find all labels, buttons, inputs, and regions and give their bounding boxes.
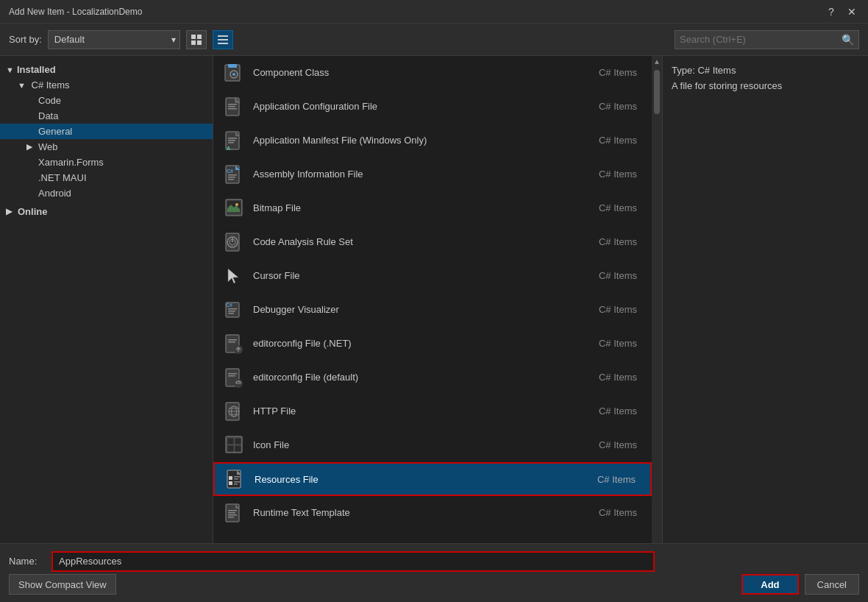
item-editorconfig-net[interactable]: editorconfig File (.NET) C# Items (213, 327, 652, 361)
web-arrow: ▶ (26, 142, 32, 152)
toolbar: Sort by: Default 🔍 (0, 24, 868, 56)
sidebar-maui-label: .NET MAUI (38, 172, 87, 183)
svg-rect-8 (228, 64, 237, 68)
item-icon-file[interactable]: Icon File C# Items (213, 428, 652, 462)
svg-text:A: A (227, 146, 230, 151)
item-runtime-text[interactable]: Runtime Text Template C# Items (213, 496, 652, 530)
name-input[interactable] (51, 551, 655, 572)
item-http[interactable]: HTTP File C# Items (213, 394, 652, 428)
item-assembly-info-name: Assembly Information File (253, 169, 599, 180)
help-button[interactable]: ? (824, 6, 839, 18)
scrollbar[interactable]: ▲ (652, 56, 662, 543)
item-editorconfig-default-cat: C# Items (599, 372, 637, 383)
svg-rect-55 (235, 438, 241, 445)
title-bar: Add New Item - LocalizationDemo ? ✕ (0, 0, 868, 24)
item-component-class[interactable]: Component Class C# Items (213, 56, 652, 90)
svg-rect-22 (228, 174, 237, 176)
item-debugger-viz[interactable]: C# Debugger Visualizer C# Items (213, 293, 652, 327)
editorconfig-net-icon (222, 332, 246, 355)
item-bitmap-cat: C# Items (599, 202, 637, 213)
sidebar-code[interactable]: Code (0, 93, 213, 108)
type-label: Type: C# Items (672, 65, 859, 76)
scroll-thumb[interactable] (654, 70, 660, 114)
csharp-arrow: ▼ (18, 81, 26, 90)
bottom-bar: Name: Show Compact View Add Cancel (0, 543, 868, 602)
sidebar-data[interactable]: Data (0, 108, 213, 124)
item-app-manifest-name: Application Manifest File (Windows Only) (253, 135, 599, 146)
buttons-row: Show Compact View Add Cancel (9, 574, 859, 595)
list-view-button[interactable] (213, 30, 233, 49)
item-component-class-name: Component Class (253, 67, 599, 78)
installed-root[interactable]: ▼ Installed (0, 62, 213, 77)
online-label: Online (18, 206, 47, 217)
item-cursor-cat: C# Items (599, 270, 637, 281)
item-code-analysis-cat: C# Items (599, 236, 637, 247)
sidebar-maui[interactable]: .NET MAUI (0, 170, 213, 185)
item-bitmap-name: Bitmap File (253, 202, 599, 213)
sidebar-android[interactable]: Android (0, 185, 213, 201)
svg-rect-37 (228, 313, 234, 314)
item-app-manifest-cat: C# Items (599, 135, 637, 146)
svg-rect-54 (227, 438, 234, 445)
svg-rect-68 (228, 514, 237, 516)
editorconfig-default-icon (222, 366, 246, 389)
svg-rect-64 (234, 484, 238, 485)
search-wrapper: 🔍 (675, 30, 859, 49)
title-bar-controls: ? ✕ (824, 6, 859, 18)
close-button[interactable]: ✕ (844, 6, 859, 18)
main-content: Component Class C# Items Application Con… (213, 56, 652, 543)
svg-rect-3 (197, 40, 202, 45)
add-button[interactable]: Add (741, 574, 798, 595)
code-analysis-icon (222, 230, 246, 254)
sidebar-code-label: Code (38, 95, 61, 106)
item-runtime-text-cat: C# Items (599, 507, 637, 518)
svg-rect-14 (228, 108, 237, 110)
svg-rect-63 (234, 481, 240, 483)
svg-rect-6 (218, 43, 228, 44)
svg-rect-62 (234, 478, 238, 480)
cancel-button[interactable]: Cancel (805, 574, 859, 595)
debugger-viz-icon: C# (222, 298, 246, 322)
sort-label: Sort by: (9, 34, 42, 45)
item-icon-file-name: Icon File (253, 439, 599, 450)
item-editorconfig-default[interactable]: editorconfig File (default) C# Items (213, 361, 652, 394)
sidebar-general[interactable]: General (0, 124, 213, 139)
item-app-config[interactable]: Application Configuration File C# Items (213, 90, 652, 124)
name-row: Name: (9, 551, 859, 572)
installed-section: ▼ Installed ▼ C# Items Code Data General (0, 62, 213, 201)
sidebar-xamarin[interactable]: Xamarin.Forms (0, 155, 213, 170)
item-bitmap[interactable]: Bitmap File C# Items (213, 191, 652, 225)
bitmap-icon (222, 196, 246, 220)
scroll-up[interactable]: ▲ (652, 56, 662, 67)
svg-marker-32 (228, 269, 238, 283)
item-resources-file-cat: C# Items (597, 474, 636, 485)
compact-view-button[interactable]: Show Compact View (9, 574, 116, 595)
online-section[interactable]: ▶ Online (0, 204, 213, 219)
item-http-cat: C# Items (599, 406, 637, 417)
svg-rect-40 (228, 339, 237, 341)
dialog-title: Add New Item - LocalizationDemo (9, 7, 142, 17)
svg-rect-16 (228, 138, 237, 139)
sidebar-web[interactable]: ▶ Web (0, 139, 213, 155)
grid-view-button[interactable] (186, 30, 207, 49)
item-cursor[interactable]: Cursor File C# Items (213, 259, 652, 293)
svg-rect-35 (228, 308, 237, 310)
item-assembly-info-cat: C# Items (599, 169, 637, 180)
sidebar-android-label: Android (38, 188, 71, 199)
icon-file-icon (222, 433, 246, 457)
item-app-manifest[interactable]: A Application Manifest File (Windows Onl… (213, 124, 652, 157)
sidebar-general-label: General (38, 126, 72, 137)
item-code-analysis[interactable]: Code Analysis Rule Set C# Items (213, 225, 652, 259)
item-assembly-info[interactable]: C# Assembly Information File C# Items (213, 157, 652, 191)
item-editorconfig-net-name: editorconfig File (.NET) (253, 338, 599, 349)
svg-text:C#: C# (226, 302, 232, 308)
svg-rect-45 (228, 373, 237, 375)
component-class-icon (222, 61, 246, 85)
search-icon[interactable]: 🔍 (842, 34, 854, 46)
item-resources-file[interactable]: Resources File C# Items (213, 462, 652, 496)
name-label: Name: (9, 556, 46, 567)
sort-select[interactable]: Default (48, 30, 180, 49)
csharp-items-node[interactable]: ▼ C# Items (0, 77, 213, 93)
search-input[interactable] (680, 34, 842, 45)
svg-rect-12 (228, 104, 237, 105)
